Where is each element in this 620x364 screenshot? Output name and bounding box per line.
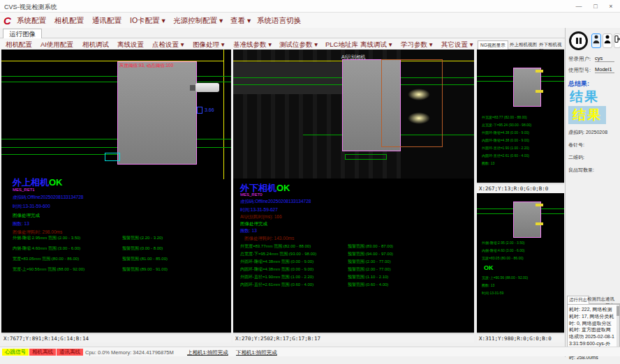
thumb-text-line: 内圆环-直径=2.61 (0.60 - 4.00): [482, 153, 529, 158]
upper-thumbnail-viewport[interactable]: 外宽度=83.77 (82.00 - 88.00) 总宽度-下=95.24 (9…: [477, 50, 564, 183]
logout-button[interactable]: [614, 33, 620, 48]
barcode-line: 虚拟码:Offline20250208133134728: [240, 199, 311, 205]
qrcode-label: 二维码:: [568, 155, 584, 160]
tool-ai-config[interactable]: AI使用配置: [40, 40, 73, 50]
threshold-overlay: 灰度阈值:93, 动态阈值:100: [119, 63, 173, 69]
thumb-text-line: 外圆环-隆缩=4.38 (0.00 - 9.00): [482, 130, 529, 135]
measurement-row: 宽度-上=90.56mm 范围:(88.00 - 92.00): [13, 266, 84, 273]
thumb-text-line: 圈数: 13: [482, 161, 494, 165]
tab-ng-view[interactable]: NG视图显示: [478, 40, 508, 50]
warning-range: 预警范围:(89.00 - 91.00): [122, 266, 168, 273]
nozzle-pipe: [195, 83, 219, 92]
tool-learn-param[interactable]: 学习参数 ▾: [401, 40, 432, 50]
pause-icon: [576, 38, 578, 44]
measurement-row: 内侧-隆缩:4.60mm 范围:(3.00 - 6.00): [13, 245, 80, 252]
tool-testpos-param[interactable]: 测试位参数 ▾: [279, 40, 318, 50]
menu-view[interactable]: 查看 ▾: [230, 16, 251, 26]
measurement-row: 内圆环-直径=2.61mm 范围:(0.60 - 4.00): [240, 282, 313, 288]
tool-camera-config[interactable]: 相机配置: [6, 40, 32, 50]
login-user-value[interactable]: cys: [595, 55, 614, 62]
comm-offline-badge: 通讯离线: [57, 349, 83, 356]
probe-marker: [197, 107, 202, 114]
thumb-text-line: 外侧-隆缩:2.95 (2.00 - 3.50): [482, 241, 524, 245]
exit-door-icon: [614, 34, 620, 44]
virtual-code-field: 虚拟码: 20250208: [568, 129, 607, 136]
lower-camera-status[interactable]: 下相机1:拍照完成: [236, 349, 277, 356]
lower-thumbnail-viewport[interactable]: 外侧-隆缩:2.95 (2.00 - 3.50) 内侧-隆缩:4.60 (3.0…: [477, 193, 564, 333]
ai-detect-box-orange: [381, 59, 443, 147]
status-bar: 心跳信号 相机离线 通讯离线 Cpu: 0.0% Memory: 3424.41…: [0, 347, 620, 356]
reflection-glow: [408, 112, 430, 124]
heartbeat-badge: 心跳信号: [2, 349, 29, 356]
mes-status: MES_RET1: [13, 188, 35, 192]
menu-system-config[interactable]: 系统配置: [17, 16, 46, 26]
menu-light-config[interactable]: 光源控制配置 ▾: [173, 16, 223, 26]
elapsed-line: 图像处理耗时: 143.00ms: [244, 236, 294, 242]
time-line: 时间:13-31-59-627: [240, 207, 278, 213]
maximize-button[interactable]: □: [588, 1, 603, 11]
ai-elapsed-line: AI识别耗时(ms): 166: [240, 214, 282, 220]
qrcode-field: 二维码:: [568, 154, 584, 161]
pause-button[interactable]: [569, 31, 588, 50]
log-tab-row: 运行日志 检测日志 通讯日志: [567, 296, 620, 304]
virtual-code-value: 20250208: [586, 130, 607, 135]
warning-range: 预警范围:(2.20 - 3.20): [122, 235, 163, 241]
app-logo-icon: C: [3, 15, 11, 26]
middle-camera-viewport[interactable]: AI识别相机 外下相机OK MES_RET0 虚拟码:Offline202502…: [233, 50, 474, 333]
user-manage-button[interactable]: [603, 33, 612, 48]
tool-spotcheck-set[interactable]: 点检设置 ▾: [152, 40, 184, 50]
menu-camera-config[interactable]: 相机配置: [54, 16, 84, 26]
probe-value: 3.66: [205, 107, 214, 112]
circle-count-line: 圈数: 13: [13, 221, 29, 227]
window-title: CVS-视觉检测系统: [4, 3, 57, 12]
measurement-row: 外圆环-隆缩=4.38mm 范围:(0.00 - 9.00): [240, 259, 313, 265]
measurement-row: 外侧-隆缩:2.95mm 范围:(2.00 - 3.50): [13, 235, 80, 241]
tool-image-process[interactable]: 图像处理 ▾: [193, 40, 224, 50]
warning-range: 预警范围:(0.00 - 8.00): [122, 245, 163, 252]
tab-run-image[interactable]: 运行图像: [3, 29, 42, 38]
camera-name: 外上相机: [13, 177, 49, 188]
menu-language-switch[interactable]: 系统语言切换: [257, 16, 301, 26]
close-button[interactable]: ×: [603, 1, 619, 11]
tool-offline-set[interactable]: 离线设置: [117, 40, 144, 50]
thumb-ok-label: OK: [484, 264, 494, 271]
tool-plc-addr[interactable]: PLC地址库: [325, 40, 358, 50]
measurement-row: 内圆环-隆缩=4.38mm 范围:(0.00 - 9.00): [240, 266, 313, 273]
menu-comm-config[interactable]: 通讯配置: [92, 16, 121, 26]
menu-io-config[interactable]: IO卡配置 ▾: [130, 16, 165, 26]
thumb-text-line: 宽度=83.05 (80.00 - 86.00): [482, 256, 524, 260]
warning-range: 预警范围:(81.00 - 85.00): [122, 256, 168, 262]
tab-upper-cam-view[interactable]: 外上相机视图: [508, 40, 539, 50]
measurement-row: 外宽度=83.77mm 范围:(82.00 - 88.00): [240, 243, 311, 250]
good-count-field: 良品写数量:: [568, 167, 594, 174]
measurement-row: 外圆环-直径=1.90mm 范围:(1.00 - 2.20): [240, 274, 313, 280]
tool-baseline-param[interactable]: 基准线参数 ▾: [233, 40, 272, 50]
minimize-button[interactable]: —: [571, 1, 586, 11]
good-count-label: 良品写数量:: [568, 167, 594, 172]
cpu-memory-status: Cpu: 0.0% Memory: 3424.41796875M: [85, 349, 174, 356]
label-mark-yellow: [536, 222, 543, 225]
tool-offline-debug[interactable]: 离线调试 ▾: [360, 40, 392, 50]
barcode-line: 虚拟码:Offline20250208133134728: [13, 195, 83, 201]
upper-camera-status[interactable]: 上相机1:拍照完成: [187, 349, 228, 356]
model-value[interactable]: Model1: [595, 66, 614, 73]
log-scrollbar-thumb[interactable]: [617, 306, 619, 316]
camera-offline-badge: 相机离线: [29, 349, 56, 356]
tool-other-set[interactable]: 其它设置 ▾: [441, 40, 473, 50]
camera-name: 外下相机: [240, 183, 276, 193]
tool-camera-debug[interactable]: 相机调试: [82, 40, 109, 50]
process-done-line: 图像处理完成: [240, 221, 267, 227]
measurement-row: 总宽度-下=95.24mm 范围:(93.00 - 98.00): [240, 251, 316, 257]
time-line: 时间:13-31-59-600: [13, 204, 50, 210]
thumb-text-line: 内圆环-隆缩=4.38 (0.00 - 9.00): [482, 138, 529, 142]
reflection-glow: [408, 89, 430, 100]
tab-lower-cam-view[interactable]: 外下相机视图: [537, 40, 564, 50]
thumb-text-line: 外宽度=83.77 (82.00 - 88.00): [482, 115, 527, 119]
warning-range: 预警范围:(2.00 - 77.00): [348, 266, 391, 273]
user-login-button[interactable]: [591, 33, 601, 48]
thumb-tab-row: NG视图显示 外上相机视图 外下相机视图: [477, 40, 564, 50]
result-display-1: 结果: [570, 88, 599, 106]
thumb-text-line: 内侧-隆缩:4.60 (3.00 - 6.00): [482, 248, 524, 252]
left-camera-viewport[interactable]: 灰度阈值:93, 动态阈值:100 3.66 外上相机OK MES_RET1 虚…: [1, 50, 231, 333]
user-icon: [593, 34, 600, 44]
